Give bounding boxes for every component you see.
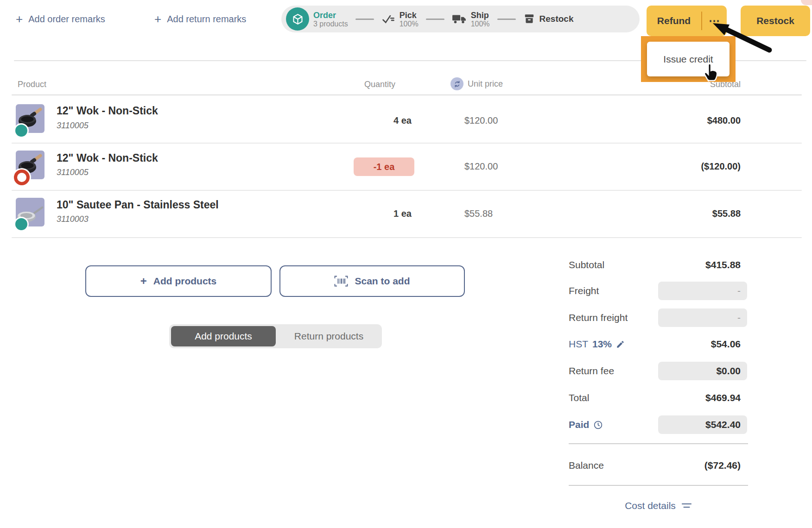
toggle-return-products-label: Return products (294, 331, 363, 342)
barcode-icon (334, 276, 348, 287)
summary-freight-label: Freight (569, 285, 599, 296)
unit-price-header-label: Unit price (468, 79, 503, 89)
table-divider (12, 94, 802, 95)
progress-step-pick[interactable]: Pick 100% (381, 11, 419, 28)
products-mode-toggle: Add products Return products (169, 324, 382, 348)
arrow-icon (709, 19, 779, 58)
return-freight-input[interactable]: - (658, 308, 747, 327)
table-divider (12, 190, 802, 191)
hand-cursor-icon (700, 61, 721, 83)
column-header-product: Product (18, 80, 46, 89)
order-detail-page: + Add order remarks + Add return remarks… (0, 0, 812, 528)
page-corner-decoration (801, 0, 812, 5)
sync-icon[interactable] (450, 77, 463, 90)
product-name: 12" Wok - Non-Stick (57, 152, 158, 164)
freight-value: - (737, 285, 741, 296)
restock-step-label: Restock (539, 14, 574, 24)
order-step-sub: 3 products (313, 20, 348, 28)
pencil-icon[interactable] (616, 340, 625, 349)
cost-details-label: Cost details (625, 500, 676, 511)
plus-icon: + (154, 13, 161, 25)
subtotal-value: ($120.00) (648, 161, 741, 172)
pick-step-value: 100% (400, 20, 419, 28)
checklist-icon (381, 13, 395, 25)
product-image (16, 198, 44, 226)
pick-step-label: Pick (400, 11, 419, 20)
column-header-unit-price: Unit price (450, 77, 503, 90)
lines-icon (681, 502, 692, 509)
summary-subtotal-label: Subtotal (569, 259, 604, 270)
status-fulfilled-badge (14, 217, 29, 232)
step-connector (355, 19, 374, 20)
truck-icon (452, 13, 467, 25)
product-image (16, 151, 44, 179)
cost-details-link[interactable]: Cost details (569, 500, 748, 511)
quantity-value: -1 ea (374, 162, 395, 172)
unit-price-value: $55.88 (464, 208, 493, 219)
scan-to-add-label: Scan to add (355, 276, 410, 287)
archive-box-icon (523, 13, 535, 25)
summary-divider (569, 485, 748, 486)
add-return-remarks-link[interactable]: + Add return remarks (154, 11, 246, 27)
summary-total-label: Total (569, 392, 589, 403)
toggle-add-products-label: Add products (195, 331, 252, 342)
product-sku: 3110003 (57, 214, 89, 224)
return-freight-value: - (737, 312, 741, 323)
ship-step-value: 100% (471, 20, 490, 28)
return-fee-value: $0.00 (716, 365, 741, 377)
ship-step-label: Ship (471, 11, 490, 20)
step-connector (426, 19, 444, 20)
refund-button-label: Refund (647, 15, 701, 26)
summary-balance-value: ($72.46) (648, 460, 741, 471)
add-products-button[interactable]: + Add products (85, 265, 272, 297)
hst-label: HST (569, 339, 588, 350)
paid-input[interactable]: $542.40 (658, 415, 747, 434)
unit-price-value: $120.00 (464, 115, 498, 126)
table-divider (12, 237, 802, 238)
plus-icon: + (16, 13, 23, 25)
toggle-return-products[interactable]: Return products (276, 324, 382, 348)
freight-input[interactable]: - (658, 282, 747, 300)
column-header-quantity: Quantity (348, 80, 412, 89)
order-progress-pill: Order 3 products Pick 100% (281, 6, 640, 32)
scan-to-add-button[interactable]: Scan to add (279, 265, 465, 297)
summary-return-freight-label: Return freight (569, 312, 628, 323)
clock-icon[interactable] (593, 420, 603, 430)
summary-paid-label: Paid (569, 419, 603, 430)
return-fee-input[interactable]: $0.00 (658, 362, 747, 380)
product-name: 10" Sautee Pan - Stainless Steel (57, 199, 219, 211)
summary-hst-label: HST 13% (569, 339, 625, 350)
toggle-add-products[interactable]: Add products (171, 326, 276, 346)
plus-icon: + (140, 275, 147, 288)
status-fulfilled-badge (14, 123, 29, 138)
hst-rate: 13% (592, 339, 612, 350)
summary-subtotal-value: $415.88 (648, 259, 741, 270)
subtotal-value: $480.00 (648, 115, 741, 126)
quantity-value: 4 ea (348, 115, 412, 126)
negative-quantity-pill: -1 ea (354, 157, 414, 176)
progress-step-restock[interactable]: Restock (523, 13, 574, 25)
step-connector (497, 19, 516, 20)
product-image (16, 104, 44, 133)
summary-return-fee-label: Return fee (569, 365, 614, 377)
progress-step-order[interactable]: Order 3 products (286, 7, 348, 31)
unit-price-value: $120.00 (464, 161, 498, 172)
paid-label: Paid (569, 419, 589, 430)
summary-divider (569, 443, 748, 444)
product-sku: 3110005 (57, 121, 89, 131)
status-returned-badge (14, 170, 30, 185)
product-name: 12" Wok - Non-Stick (57, 105, 158, 117)
add-order-remarks-link[interactable]: + Add order remarks (16, 11, 105, 27)
subtotal-value: $55.88 (648, 208, 741, 219)
summary-total-value: $469.94 (648, 392, 741, 403)
summary-hst-value: $54.06 (648, 339, 741, 350)
add-order-remarks-label: Add order remarks (28, 14, 105, 25)
order-step-label: Order (313, 11, 348, 20)
cube-icon (286, 7, 309, 31)
table-divider (12, 143, 802, 144)
quantity-value: 1 ea (348, 208, 412, 219)
summary-balance-label: Balance (569, 460, 604, 471)
progress-step-ship[interactable]: Ship 100% (452, 11, 490, 28)
add-return-remarks-label: Add return remarks (167, 14, 246, 25)
add-products-label: Add products (153, 276, 217, 287)
